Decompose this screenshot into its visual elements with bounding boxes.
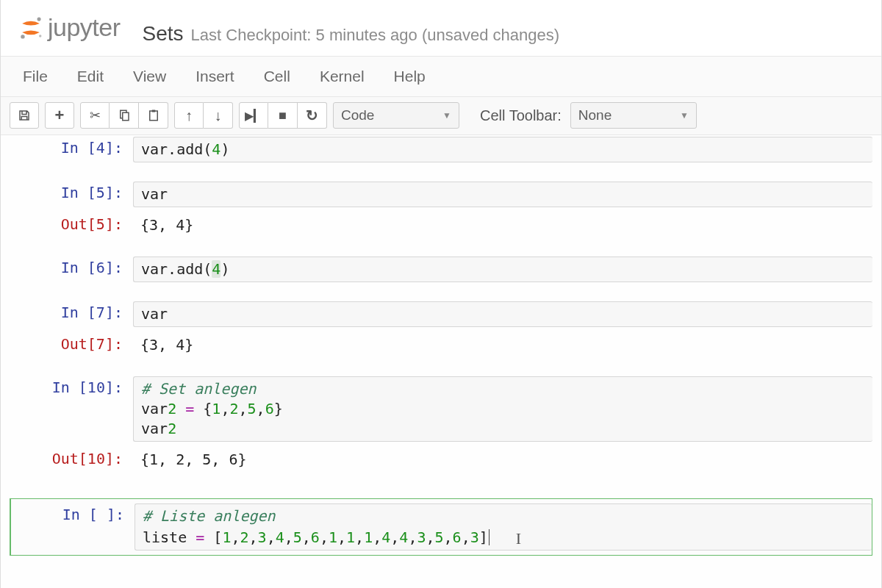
menu-edit[interactable]: Edit <box>77 68 104 85</box>
cut-button[interactable]: ✂ <box>80 102 110 129</box>
notebook-title[interactable]: Sets <box>143 22 184 46</box>
in-prompt: In [4]: <box>10 137 133 162</box>
add-cell-button[interactable]: + <box>45 102 74 129</box>
cell-input[interactable]: var.add(4) <box>133 137 872 162</box>
checkpoint-text: Last Checkpoint: 5 minutes ago (unsaved … <box>191 26 559 45</box>
menu-kernel[interactable]: Kernel <box>320 68 365 85</box>
cell-input[interactable]: # Liste anlegen liste = [1,2,3,4,5,6,1,1… <box>135 503 872 551</box>
output-text: {1, 2, 5, 6} <box>133 448 872 472</box>
refresh-icon: ↻ <box>306 107 318 124</box>
svg-rect-4 <box>122 112 128 121</box>
cell-input[interactable]: var <box>133 182 872 207</box>
jupyter-logo[interactable]: jupyter <box>18 13 121 42</box>
cell-input[interactable]: var.add(4) <box>133 257 872 282</box>
scissors-icon: ✂ <box>90 107 101 123</box>
svg-rect-6 <box>151 110 155 112</box>
save-icon <box>18 109 31 122</box>
svg-point-0 <box>37 17 41 21</box>
run-button[interactable]: ▶▎ <box>239 102 268 129</box>
notebook-cells-area[interactable]: In [4]:var.add(4)In [5]:varOut[5]:{3, 4}… <box>1 135 881 589</box>
cell-input[interactable]: var <box>133 301 872 327</box>
cell-input[interactable]: # Set anlegen var2 = {1,2,5,6} var2 <box>133 376 872 442</box>
arrow-up-icon: ↑ <box>185 107 193 124</box>
stop-icon: ■ <box>279 108 287 123</box>
cell-toolbar-label: Cell Toolbar: <box>480 107 562 124</box>
in-prompt: In [6]: <box>10 257 133 282</box>
notebook-container: jupyter Sets Last Checkpoint: 5 minutes … <box>0 0 882 588</box>
code-cell[interactable]: In [7]:var <box>10 300 872 329</box>
svg-point-1 <box>21 35 24 38</box>
step-forward-icon: ▶▎ <box>245 109 262 123</box>
interrupt-button[interactable]: ■ <box>268 102 298 129</box>
menu-help[interactable]: Help <box>394 68 426 85</box>
menu-view[interactable]: View <box>133 68 166 85</box>
cell-toolbar-selected: None <box>578 107 612 123</box>
code-cell[interactable]: In [ ]:# Liste anlegen liste = [1,2,3,4,… <box>10 498 872 556</box>
copy-icon <box>118 109 131 122</box>
plus-icon: + <box>55 106 65 125</box>
code-cell[interactable]: In [4]:var.add(4) <box>10 135 872 164</box>
output-text: {3, 4} <box>133 333 872 357</box>
move-up-button[interactable]: ↑ <box>174 102 204 129</box>
chevron-down-icon: ▼ <box>680 110 689 121</box>
in-prompt: In [5]: <box>10 182 133 207</box>
chevron-down-icon: ▼ <box>442 110 451 121</box>
in-prompt: In [ ]: <box>11 503 135 551</box>
out-prompt: Out[10]: <box>10 448 133 472</box>
code-cell[interactable]: In [10]:# Set anlegen var2 = {1,2,5,6} v… <box>10 375 872 443</box>
output-text: {3, 4} <box>133 213 872 237</box>
menu-file[interactable]: File <box>23 68 48 85</box>
cell-toolbar-select[interactable]: None ▼ <box>570 102 697 129</box>
paste-icon <box>147 109 160 122</box>
celltype-select[interactable]: Code ▼ <box>333 102 459 129</box>
menubar: File Edit View Insert Cell Kernel Help <box>1 56 881 97</box>
jupyter-logo-text: jupyter <box>48 13 121 42</box>
code-cell[interactable]: In [6]:var.add(4) <box>10 255 872 284</box>
svg-rect-5 <box>149 111 157 121</box>
svg-point-2 <box>39 35 41 37</box>
paste-button[interactable] <box>139 102 168 129</box>
restart-button[interactable]: ↻ <box>298 102 327 129</box>
celltype-selected: Code <box>341 107 374 123</box>
copy-button[interactable] <box>110 102 139 129</box>
in-prompt: In [7]: <box>10 301 133 327</box>
toolbar: + ✂ ↑ ↓ ▶▎ ■ <box>1 97 881 135</box>
header: jupyter Sets Last Checkpoint: 5 minutes … <box>1 0 881 56</box>
code-cell[interactable]: In [5]:var <box>10 180 872 209</box>
out-prompt: Out[7]: <box>10 333 133 357</box>
output-row: Out[7]:{3, 4} <box>10 331 872 359</box>
menu-cell[interactable]: Cell <box>264 68 290 85</box>
output-row: Out[10]:{1, 2, 5, 6} <box>10 446 872 473</box>
jupyter-logo-icon <box>18 15 43 40</box>
output-row: Out[5]:{3, 4} <box>10 212 872 239</box>
move-down-button[interactable]: ↓ <box>204 102 233 129</box>
save-button[interactable] <box>10 102 39 129</box>
in-prompt: In [10]: <box>10 376 133 442</box>
arrow-down-icon: ↓ <box>215 107 222 124</box>
out-prompt: Out[5]: <box>10 213 133 237</box>
menu-insert[interactable]: Insert <box>196 68 234 85</box>
